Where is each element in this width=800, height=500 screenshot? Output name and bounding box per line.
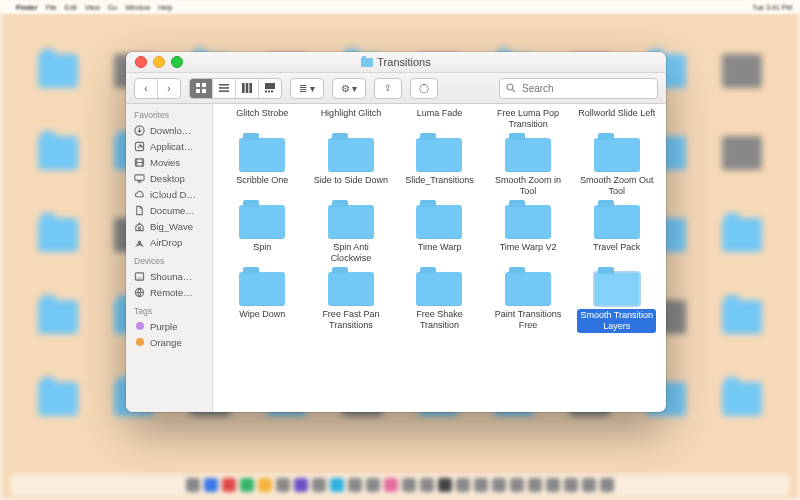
sidebar-item-applicat[interactable]: Applicat… — [126, 138, 212, 154]
airdrop-icon — [134, 237, 145, 248]
sidebar-item-downlo[interactable]: Downlo… — [126, 122, 212, 138]
folder-item[interactable]: Rollworld Slide Left — [575, 108, 658, 132]
sidebar-item-label: AirDrop — [150, 237, 182, 248]
menu-view[interactable]: View — [85, 4, 100, 11]
list-view-button[interactable] — [212, 79, 235, 98]
folder-item[interactable]: Smooth Zoom in Tool — [487, 136, 570, 199]
folder-icon — [505, 205, 551, 239]
icloud-icon — [134, 189, 145, 200]
folder-icon — [328, 205, 374, 239]
sidebar-item-purple[interactable]: Purple — [126, 318, 212, 334]
folder-item[interactable]: Free Shake Transition — [398, 270, 481, 335]
folder-item[interactable]: Wipe Down — [221, 270, 304, 335]
svg-point-20 — [138, 241, 140, 243]
folder-label: Highlight Glitch — [321, 108, 382, 119]
minimize-button[interactable] — [153, 56, 165, 68]
folder-item[interactable]: Free Fast Pan Transitions — [310, 270, 393, 335]
action-button[interactable]: ⚙︎ ▾ — [333, 79, 365, 98]
column-view-button[interactable] — [235, 79, 258, 98]
folder-icon — [505, 138, 551, 172]
finder-window: Transitions ‹ › ≣ ▾ ⚙︎ ▾ ⇪ — [126, 52, 666, 412]
folder-icon — [328, 138, 374, 172]
window-title: Transitions — [126, 56, 666, 68]
folder-icon — [416, 272, 462, 306]
folder-item[interactable]: Spin Anti Clockwise — [310, 203, 393, 266]
sidebar-item-label: Shouna… — [150, 271, 192, 282]
folder-label: Slide_Transitions — [405, 175, 474, 186]
search-input[interactable] — [520, 82, 651, 95]
tag-icon — [134, 337, 145, 348]
forward-button[interactable]: › — [157, 79, 180, 98]
svg-rect-22 — [135, 277, 143, 280]
folder-item[interactable]: Smooth Zoom Out Tool — [575, 136, 658, 199]
svg-rect-11 — [265, 91, 267, 93]
folder-item[interactable]: Paint Transitions Free — [487, 270, 570, 335]
menu-help[interactable]: Help — [158, 4, 172, 11]
folder-item[interactable]: Slide_Transitions — [398, 136, 481, 199]
menubar-app[interactable]: Finder — [16, 4, 37, 11]
search-field[interactable] — [499, 78, 658, 99]
documents-icon — [134, 205, 145, 216]
folder-item[interactable]: Glitch Strobe — [221, 108, 304, 132]
sidebar-item-airdrop[interactable]: AirDrop — [126, 234, 212, 250]
close-button[interactable] — [135, 56, 147, 68]
sidebar-item-label: Applicat… — [150, 141, 193, 152]
folder-item[interactable]: Scribble One — [221, 136, 304, 199]
folder-icon — [361, 58, 373, 67]
sidebar-item-label: Docume… — [150, 205, 195, 216]
sidebar-item-shouna[interactable]: Shouna… — [126, 268, 212, 284]
sidebar-item-icloudd[interactable]: iCloud D… — [126, 186, 212, 202]
folder-label: Time Warp — [418, 242, 461, 253]
folder-icon — [239, 272, 285, 306]
menu-edit[interactable]: Edit — [65, 4, 77, 11]
menu-file[interactable]: File — [45, 4, 56, 11]
folder-label: Time Warp V2 — [500, 242, 557, 253]
folder-item[interactable]: Time Warp — [398, 203, 481, 266]
desktop-icon — [134, 173, 145, 184]
search-icon — [506, 83, 516, 93]
grid-icon — [196, 83, 206, 93]
folder-item[interactable]: Highlight Glitch — [310, 108, 393, 132]
sidebar-item-label: Purple — [150, 321, 177, 332]
menu-window[interactable]: Window — [125, 4, 150, 11]
folder-item[interactable]: Smooth Transition Layers — [575, 270, 658, 335]
sidebar-item-label: iCloud D… — [150, 189, 196, 200]
titlebar[interactable]: Transitions — [126, 52, 666, 73]
zoom-button[interactable] — [171, 56, 183, 68]
file-grid[interactable]: Glitch StrobeHighlight GlitchLuma FadeFr… — [213, 104, 666, 412]
folder-icon — [416, 205, 462, 239]
folder-item[interactable]: Travel Pack — [575, 203, 658, 266]
sidebar-item-label: Desktop — [150, 173, 185, 184]
group-menu: ≣ ▾ — [290, 78, 324, 99]
disk-icon — [134, 271, 145, 282]
svg-rect-10 — [265, 83, 275, 89]
folder-icon — [505, 272, 551, 306]
svg-rect-13 — [271, 91, 273, 93]
sidebar-item-desktop[interactable]: Desktop — [126, 170, 212, 186]
folder-item[interactable]: Luma Fade — [398, 108, 481, 132]
menu-go[interactable]: Go — [108, 4, 117, 11]
sidebar-item-label: Movies — [150, 157, 180, 168]
folder-item[interactable]: Side to Side Down — [310, 136, 393, 199]
svg-rect-0 — [196, 83, 200, 87]
icon-view-button[interactable] — [190, 79, 212, 98]
sidebar-heading: Devices — [126, 250, 212, 268]
folder-label: Luma Fade — [417, 108, 463, 119]
group-button[interactable]: ≣ ▾ — [291, 79, 323, 98]
back-button[interactable]: ‹ — [135, 79, 157, 98]
sidebar-item-bigwave[interactable]: Big_Wave — [126, 218, 212, 234]
gallery-view-button[interactable] — [258, 79, 281, 98]
dock[interactable] — [10, 474, 790, 496]
folder-icon — [594, 138, 640, 172]
sidebar-item-orange[interactable]: Orange — [126, 334, 212, 350]
sidebar-item-movies[interactable]: Movies — [126, 154, 212, 170]
sidebar-item-docume[interactable]: Docume… — [126, 202, 212, 218]
tags-button[interactable]: ◯ — [410, 78, 438, 99]
folder-item[interactable]: Spin — [221, 203, 304, 266]
folder-item[interactable]: Free Luma Pop Transition — [487, 108, 570, 132]
share-button[interactable]: ⇪ — [374, 78, 402, 99]
folder-icon — [594, 272, 640, 306]
sidebar-item-remote[interactable]: Remote… — [126, 284, 212, 300]
folder-item[interactable]: Time Warp V2 — [487, 203, 570, 266]
svg-rect-12 — [268, 91, 270, 93]
